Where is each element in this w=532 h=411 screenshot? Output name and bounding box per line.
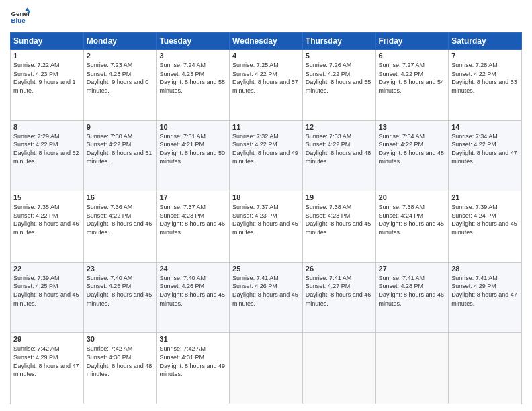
day-number: 7: [451, 52, 519, 60]
day-number: 19: [306, 193, 373, 201]
calendar-cell: [230, 333, 303, 404]
calendar-cell: 5Sunrise: 7:26 AMSunset: 4:22 PMDaylight…: [302, 50, 375, 121]
day-info: Sunrise: 7:38 AMSunset: 4:23 PMDaylight:…: [306, 203, 371, 236]
day-info: Sunrise: 7:25 AMSunset: 4:22 PMDaylight:…: [232, 62, 298, 94]
weekday-header-cell: Saturday: [449, 33, 522, 50]
day-info: Sunrise: 7:34 AMSunset: 4:22 PMDaylight:…: [379, 133, 445, 165]
day-info: Sunrise: 7:27 AMSunset: 4:22 PMDaylight:…: [379, 62, 445, 94]
day-info: Sunrise: 7:33 AMSunset: 4:22 PMDaylight:…: [306, 133, 371, 165]
calendar-week-row: 8Sunrise: 7:29 AMSunset: 4:22 PMDaylight…: [11, 120, 522, 191]
calendar-cell: 26Sunrise: 7:41 AMSunset: 4:27 PMDayligh…: [302, 262, 375, 333]
day-number: 20: [379, 193, 446, 201]
calendar-cell: [449, 333, 522, 404]
calendar-cell: 21Sunrise: 7:39 AMSunset: 4:24 PMDayligh…: [449, 191, 522, 263]
calendar-cell: 13Sunrise: 7:34 AMSunset: 4:22 PMDayligh…: [375, 120, 449, 191]
svg-text:Blue: Blue: [11, 17, 26, 24]
day-number: 17: [159, 193, 226, 201]
day-info: Sunrise: 7:37 AMSunset: 4:23 PMDaylight:…: [159, 203, 225, 236]
day-number: 16: [87, 193, 154, 201]
day-info: Sunrise: 7:26 AMSunset: 4:22 PMDaylight:…: [306, 62, 371, 94]
day-number: 12: [306, 123, 373, 131]
day-number: 23: [87, 265, 154, 273]
day-info: Sunrise: 7:39 AMSunset: 4:24 PMDaylight:…: [451, 203, 517, 236]
page: General Blue SundayMondayTuesdayWednesda…: [0, 0, 532, 411]
calendar-cell: 14Sunrise: 7:34 AMSunset: 4:22 PMDayligh…: [449, 120, 522, 191]
calendar-cell: 6Sunrise: 7:27 AMSunset: 4:22 PMDaylight…: [375, 50, 449, 121]
day-number: 28: [451, 265, 519, 273]
calendar-cell: 4Sunrise: 7:25 AMSunset: 4:22 PMDaylight…: [230, 50, 303, 121]
day-number: 9: [87, 123, 154, 131]
calendar-cell: 1Sunrise: 7:22 AMSunset: 4:23 PMDaylight…: [11, 50, 84, 121]
calendar-cell: 27Sunrise: 7:41 AMSunset: 4:28 PMDayligh…: [375, 262, 449, 333]
day-info: Sunrise: 7:41 AMSunset: 4:27 PMDaylight:…: [306, 275, 371, 307]
day-info: Sunrise: 7:28 AMSunset: 4:22 PMDaylight:…: [451, 62, 517, 94]
calendar-cell: 7Sunrise: 7:28 AMSunset: 4:22 PMDaylight…: [449, 50, 522, 121]
day-number: 1: [13, 52, 81, 60]
calendar-cell: 9Sunrise: 7:30 AMSunset: 4:22 PMDaylight…: [83, 120, 157, 191]
calendar-cell: [302, 333, 375, 404]
day-number: 13: [379, 123, 446, 131]
day-info: Sunrise: 7:30 AMSunset: 4:22 PMDaylight:…: [87, 133, 152, 165]
day-info: Sunrise: 7:24 AMSunset: 4:23 PMDaylight:…: [159, 62, 225, 94]
calendar-week-row: 29Sunrise: 7:42 AMSunset: 4:29 PMDayligh…: [11, 333, 522, 404]
calendar-cell: 30Sunrise: 7:42 AMSunset: 4:30 PMDayligh…: [83, 333, 157, 404]
day-number: 30: [87, 335, 154, 343]
day-info: Sunrise: 7:29 AMSunset: 4:22 PMDaylight:…: [13, 133, 79, 165]
calendar-cell: 24Sunrise: 7:40 AMSunset: 4:26 PMDayligh…: [157, 262, 230, 333]
day-info: Sunrise: 7:38 AMSunset: 4:24 PMDaylight:…: [379, 203, 445, 236]
calendar-cell: 23Sunrise: 7:40 AMSunset: 4:25 PMDayligh…: [83, 262, 157, 333]
day-number: 10: [159, 123, 226, 131]
calendar-week-row: 1Sunrise: 7:22 AMSunset: 4:23 PMDaylight…: [11, 50, 522, 121]
calendar-cell: 3Sunrise: 7:24 AMSunset: 4:23 PMDaylight…: [157, 50, 230, 121]
calendar-cell: 18Sunrise: 7:37 AMSunset: 4:23 PMDayligh…: [230, 191, 303, 263]
calendar-cell: 12Sunrise: 7:33 AMSunset: 4:22 PMDayligh…: [302, 120, 375, 191]
calendar-cell: 22Sunrise: 7:39 AMSunset: 4:25 PMDayligh…: [11, 262, 84, 333]
calendar-cell: 25Sunrise: 7:41 AMSunset: 4:26 PMDayligh…: [230, 262, 303, 333]
weekday-header-row: SundayMondayTuesdayWednesdayThursdayFrid…: [11, 33, 522, 50]
calendar-cell: 20Sunrise: 7:38 AMSunset: 4:24 PMDayligh…: [375, 191, 449, 263]
weekday-header-cell: Friday: [375, 33, 449, 50]
day-info: Sunrise: 7:40 AMSunset: 4:25 PMDaylight:…: [87, 275, 152, 307]
calendar-cell: 11Sunrise: 7:32 AMSunset: 4:22 PMDayligh…: [230, 120, 303, 191]
day-number: 2: [87, 52, 154, 60]
day-number: 21: [451, 193, 519, 201]
day-info: Sunrise: 7:42 AMSunset: 4:30 PMDaylight:…: [87, 345, 152, 377]
day-info: Sunrise: 7:34 AMSunset: 4:22 PMDaylight:…: [451, 133, 517, 165]
day-number: 26: [306, 265, 373, 273]
svg-marker-2: [26, 8, 30, 11]
calendar-cell: [375, 333, 449, 404]
calendar: SundayMondayTuesdayWednesdayThursdayFrid…: [10, 32, 522, 404]
calendar-cell: 15Sunrise: 7:35 AMSunset: 4:22 PMDayligh…: [11, 191, 84, 263]
day-number: 14: [451, 123, 519, 131]
weekday-header-cell: Thursday: [302, 33, 375, 50]
day-number: 6: [379, 52, 446, 60]
calendar-body: 1Sunrise: 7:22 AMSunset: 4:23 PMDaylight…: [11, 50, 522, 404]
day-info: Sunrise: 7:22 AMSunset: 4:23 PMDaylight:…: [13, 62, 76, 94]
day-info: Sunrise: 7:37 AMSunset: 4:23 PMDaylight:…: [232, 203, 298, 236]
calendar-cell: 16Sunrise: 7:36 AMSunset: 4:22 PMDayligh…: [83, 191, 157, 263]
day-info: Sunrise: 7:36 AMSunset: 4:22 PMDaylight:…: [87, 203, 152, 236]
calendar-cell: 2Sunrise: 7:23 AMSunset: 4:23 PMDaylight…: [83, 50, 157, 121]
day-number: 15: [13, 193, 81, 201]
weekday-header-cell: Sunday: [11, 33, 84, 50]
day-number: 11: [232, 123, 300, 131]
logo-icon: General Blue: [10, 7, 30, 27]
day-info: Sunrise: 7:32 AMSunset: 4:22 PMDaylight:…: [232, 133, 298, 165]
day-info: Sunrise: 7:39 AMSunset: 4:25 PMDaylight:…: [13, 275, 79, 307]
day-info: Sunrise: 7:41 AMSunset: 4:26 PMDaylight:…: [232, 275, 298, 307]
day-number: 24: [159, 265, 226, 273]
svg-text:General: General: [11, 10, 31, 17]
logo: General Blue: [10, 7, 30, 27]
calendar-cell: 28Sunrise: 7:41 AMSunset: 4:29 PMDayligh…: [449, 262, 522, 333]
day-number: 31: [159, 335, 226, 343]
day-number: 22: [13, 265, 81, 273]
weekday-header-cell: Monday: [83, 33, 157, 50]
day-info: Sunrise: 7:23 AMSunset: 4:23 PMDaylight:…: [87, 62, 149, 94]
day-info: Sunrise: 7:41 AMSunset: 4:29 PMDaylight:…: [451, 275, 517, 307]
day-number: 18: [232, 193, 300, 201]
day-number: 5: [306, 52, 373, 60]
calendar-cell: 10Sunrise: 7:31 AMSunset: 4:21 PMDayligh…: [157, 120, 230, 191]
day-number: 27: [379, 265, 446, 273]
calendar-week-row: 22Sunrise: 7:39 AMSunset: 4:25 PMDayligh…: [11, 262, 522, 333]
calendar-week-row: 15Sunrise: 7:35 AMSunset: 4:22 PMDayligh…: [11, 191, 522, 263]
